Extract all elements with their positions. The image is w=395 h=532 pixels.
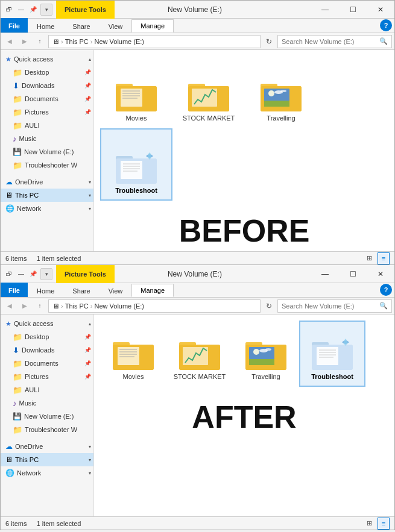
svg-point-19 xyxy=(280,90,286,92)
folder-troubleshoot[interactable]: Troubleshoot xyxy=(100,128,172,201)
sidebar-item-music[interactable]: ♪ Music xyxy=(1,132,93,145)
svg-point-17 xyxy=(268,90,274,96)
svg-rect-39 xyxy=(183,347,208,365)
tab-home[interactable]: Home xyxy=(28,19,63,33)
address-path-after[interactable]: 🖥 › This PC › New Volume (E:) xyxy=(48,299,261,313)
crumb-thispc: This PC xyxy=(65,38,89,45)
close-button[interactable]: ✕ xyxy=(367,1,394,19)
sidebar-label-thispc-after: This PC xyxy=(15,456,86,463)
sidebar-item-onedrive-after[interactable]: ☁ OneDrive ▾ xyxy=(1,440,93,453)
drive-icon: 💾 xyxy=(13,148,22,156)
sidebar-item-auli-after[interactable]: 📁 AULI xyxy=(1,383,93,396)
tab-view[interactable]: View xyxy=(100,19,132,33)
folder-stockmarket-after[interactable]: STOCK MARKET xyxy=(166,321,233,387)
expand-icon-after: ▴ xyxy=(89,321,91,327)
selected-count-after: 1 item selected xyxy=(36,520,81,527)
tab-manage-after[interactable]: Manage xyxy=(131,284,174,297)
sidebar-item-thispc-after[interactable]: 🖥 This PC ▾ xyxy=(1,453,93,466)
folder-stockmarket[interactable]: STOCK MARKET xyxy=(172,56,245,128)
drive-icon-after: 💾 xyxy=(13,412,22,421)
grid-view-button[interactable]: ⊞ xyxy=(363,252,375,264)
folder-icon-pictures-after: 📁 xyxy=(13,372,22,381)
back-button-after[interactable]: ◀ xyxy=(3,299,16,313)
search-icon-after: 🔍 xyxy=(379,302,388,310)
sidebar-item-troubleshooter[interactable]: 📁 Troubleshooter W xyxy=(1,158,93,172)
refresh-button-after[interactable]: ↻ xyxy=(262,299,276,313)
sidebar-label-newvolume-after: New Volume (E:) xyxy=(24,413,91,420)
folder-movies[interactable]: Movies xyxy=(100,56,172,128)
folder-icon-troubleshooter-after: 📁 xyxy=(13,425,22,434)
folder-icon-troubleshoot xyxy=(115,150,158,186)
sidebar-label-thispc: This PC xyxy=(15,192,86,199)
titlebar-after: 🗗 — 📌 ▾ Picture Tools New Volume (E:) — … xyxy=(1,265,394,283)
address-path[interactable]: 🖥 › This PC › New Volume (E:) xyxy=(48,35,261,48)
sidebar-item-quickaccess-after[interactable]: ★ Quick access ▴ xyxy=(1,317,93,330)
expand-icon-network-after: ▾ xyxy=(89,471,91,476)
tab-share-after[interactable]: Share xyxy=(63,284,99,297)
close-button-after[interactable]: ✕ xyxy=(367,265,394,283)
sidebar-item-desktop-after[interactable]: 📁 Desktop 📌 xyxy=(1,330,93,343)
maximize-button[interactable]: ☐ xyxy=(339,1,367,19)
folder-travelling-after[interactable]: Travelling xyxy=(233,321,299,387)
maximize-button-after[interactable]: ☐ xyxy=(339,265,367,283)
sidebar-item-documents[interactable]: 📁 Documents 📌 xyxy=(1,92,93,105)
sidebar-item-pictures[interactable]: 📁 Pictures 📌 xyxy=(1,105,93,119)
forward-button[interactable]: ▶ xyxy=(18,35,31,48)
sidebar-item-newvolume[interactable]: 💾 New Volume (E:) xyxy=(1,145,93,158)
tab-file[interactable]: File xyxy=(1,18,28,33)
minimize-button[interactable]: — xyxy=(311,1,339,19)
quick-access-btn[interactable]: ▾ xyxy=(40,4,52,16)
help-button-after[interactable]: ? xyxy=(380,284,392,296)
sidebar-item-network-after[interactable]: 🌐 Network ▾ xyxy=(1,466,93,480)
folder-icon-documents-after: 📁 xyxy=(13,359,22,368)
window-title: New Volume (E:) xyxy=(78,5,311,14)
tab-share[interactable]: Share xyxy=(63,19,99,33)
sidebar-item-desktop[interactable]: 📁 Desktop 📌 xyxy=(1,66,93,79)
quick-access-btn-after[interactable]: ▾ xyxy=(40,268,52,280)
sidebar-item-auli[interactable]: 📁 AULI xyxy=(1,119,93,132)
folder-label-stockmarket: STOCK MARKET xyxy=(183,114,235,122)
back-button[interactable]: ◀ xyxy=(3,35,16,48)
sidebar-item-quickaccess[interactable]: ★ Quick access ▴ xyxy=(1,52,93,66)
folder-label-travelling: Travelling xyxy=(267,114,295,122)
forward-button-after[interactable]: ▶ xyxy=(18,299,31,313)
sidebar-item-newvolume-after[interactable]: 💾 New Volume (E:) xyxy=(1,410,93,423)
grid-view-button-after[interactable]: ⊞ xyxy=(363,518,375,530)
sidebar-item-music-after[interactable]: ♪ Music xyxy=(1,396,93,410)
sidebar-item-thispc[interactable]: 🖥 This PC ▾ xyxy=(1,189,93,202)
tab-view-after[interactable]: View xyxy=(100,284,132,297)
tab-home-after[interactable]: Home xyxy=(28,284,63,297)
folder-troubleshoot-after[interactable]: Troubleshoot xyxy=(299,321,365,387)
sidebar-item-pictures-after[interactable]: 📁 Pictures 📌 xyxy=(1,370,93,383)
sidebar-item-troubleshooter-after[interactable]: 📁 Troubleshooter W xyxy=(1,423,93,436)
refresh-button[interactable]: ↻ xyxy=(262,35,276,48)
minimize-button-after[interactable]: — xyxy=(311,265,339,283)
search-box-after[interactable]: 🔍 xyxy=(277,299,392,313)
folder-movies-after[interactable]: Movies xyxy=(100,321,166,387)
list-view-button-after[interactable]: ≡ xyxy=(378,518,390,530)
sidebar-item-downloads-after[interactable]: ⬇ Downloads 📌 xyxy=(1,343,93,357)
search-box[interactable]: 🔍 xyxy=(277,35,392,48)
sidebar-item-downloads[interactable]: ⬇ Downloads 📌 xyxy=(1,79,93,92)
folder-icon-auli: 📁 xyxy=(13,121,22,130)
sidebar-label-troubleshooter-after: Troubleshooter W xyxy=(25,426,91,433)
search-input-after[interactable] xyxy=(282,302,379,310)
list-view-button[interactable]: ≡ xyxy=(378,252,390,264)
sidebar-item-network[interactable]: 🌐 Network ▾ xyxy=(1,202,93,215)
folder-travelling[interactable]: Travelling xyxy=(245,56,317,128)
svg-rect-11 xyxy=(192,89,217,107)
sidebar-item-documents-after[interactable]: 📁 Documents 📌 xyxy=(1,357,93,370)
help-button[interactable]: ? xyxy=(380,19,392,31)
up-button[interactable]: ↑ xyxy=(33,35,46,48)
tab-manage[interactable]: Manage xyxy=(131,19,174,33)
network-icon-after: 🌐 xyxy=(5,469,14,477)
search-input[interactable] xyxy=(282,38,379,45)
expand-icon-thispc-after: ▾ xyxy=(89,457,91,463)
pin-icon-documents: 📌 xyxy=(84,96,91,102)
sidebar-item-onedrive[interactable]: ☁ OneDrive ▾ xyxy=(1,175,93,189)
tab-file-after[interactable]: File xyxy=(1,283,28,297)
folder-icon-travelling-after xyxy=(244,336,288,372)
minimize-icon-small: — xyxy=(16,5,26,14)
up-button-after[interactable]: ↑ xyxy=(33,299,46,313)
folder-label-troubleshoot: Troubleshoot xyxy=(115,186,157,195)
